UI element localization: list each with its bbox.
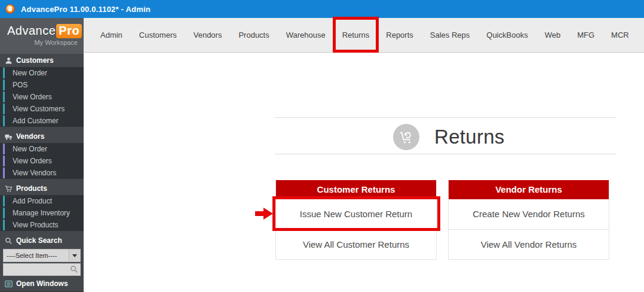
nav-item-returns[interactable]: Returns [342, 18, 370, 53]
nav-item-quickbooks[interactable]: QuickBooks [486, 18, 528, 53]
titlebar: AdvancePro 11.00.0.1102* - Admin [0, 0, 644, 18]
sidebar-item-vendors-view-orders[interactable]: View Orders [0, 155, 84, 167]
main-content: Returns Customer Returns Issue New Custo… [84, 53, 644, 292]
issue-new-customer-return-button[interactable]: Issue New Customer Return [276, 199, 436, 229]
quick-search-select[interactable]: ----Select Item---- [3, 249, 69, 262]
list-icon [5, 280, 13, 288]
view-all-customer-returns-button[interactable]: View All Customer Returns [276, 229, 436, 259]
advancepro-window: AdvancePro 11.00.0.1102* - Admin Advance… [0, 0, 644, 292]
nav-item-products[interactable]: Products [238, 18, 269, 53]
sidebar-item-customers-view-orders[interactable]: View Orders [0, 91, 84, 103]
nav-item-customers[interactable]: Customers [139, 18, 177, 53]
top-nav: Admin Customers Vendors Products Warehou… [84, 18, 644, 53]
divider [275, 117, 617, 118]
nav-item-admin[interactable]: Admin [100, 18, 122, 53]
truck-icon [5, 133, 13, 141]
nav-item-reports[interactable]: Reports [386, 18, 413, 53]
sidebar-section-vendors: Vendors [0, 130, 84, 143]
nav-item-mcr[interactable]: MCR [611, 18, 629, 53]
sidebar-section-customers: Customers [0, 54, 84, 67]
customer-returns-panel-header: Customer Returns [276, 180, 436, 199]
quick-search-input[interactable] [3, 263, 81, 276]
sidebar-item-view-customers[interactable]: View Customers [0, 103, 84, 115]
cart-return-icon [393, 124, 419, 150]
page-title: Returns [434, 126, 505, 148]
nav-item-returns-label: Returns [342, 31, 370, 39]
divider [275, 154, 617, 154]
sidebar-item-view-products[interactable]: View Products [0, 219, 84, 231]
nav-item-warehouse[interactable]: Warehouse [286, 18, 326, 53]
sidebar-section-title: Vendors [16, 132, 44, 141]
search-icon [5, 237, 13, 245]
logo-brand-primary: Advance [7, 24, 56, 37]
logo-brand-accent: Pro [56, 24, 82, 38]
annotation-arrow-icon [255, 208, 273, 220]
customer-returns-panel: Customer Returns Issue New Customer Retu… [275, 180, 437, 260]
sidebar-section-open-windows: Open Windows [0, 277, 84, 290]
sidebar-section-title: Open Windows [16, 279, 68, 288]
sidebar-section-title: Quick Search [16, 236, 62, 245]
sidebar: AdvancePro My Workspace Customers New Or… [0, 18, 84, 292]
create-new-vendor-returns-button[interactable]: Create New Vendor Returns [449, 199, 609, 229]
nav-item-sales-reps[interactable]: Sales Reps [430, 18, 470, 53]
vendor-returns-panel: Vendor Returns Create New Vendor Returns… [448, 180, 609, 260]
sidebar-item-manage-inventory[interactable]: Manage Inventory [0, 207, 84, 219]
sidebar-item-pos[interactable]: POS [0, 79, 84, 91]
view-all-vendor-returns-button[interactable]: View All Vendor Returns [449, 229, 609, 259]
sidebar-item-add-product[interactable]: Add Product [0, 195, 84, 207]
sidebar-item-customers-new-order[interactable]: New Order [0, 67, 84, 79]
sidebar-section-title: Customers [16, 56, 54, 65]
sidebar-item-view-vendors[interactable]: View Vendors [0, 167, 84, 179]
sidebar-section-title: Products [16, 184, 47, 193]
nav-item-mfg[interactable]: MFG [577, 18, 594, 53]
vendor-returns-panel-header: Vendor Returns [449, 180, 609, 199]
logo: AdvancePro My Workspace [0, 18, 84, 54]
sidebar-item-vendors-new-order[interactable]: New Order [0, 143, 84, 155]
app-icon [5, 4, 15, 14]
sidebar-section-products: Products [0, 182, 84, 195]
sidebar-item-add-customer[interactable]: Add Customer [0, 115, 84, 127]
nav-item-vendors[interactable]: Vendors [194, 18, 222, 53]
quick-search-select-button[interactable] [69, 249, 81, 262]
window-title: AdvancePro 11.00.0.1102* - Admin [21, 5, 151, 14]
nav-item-web[interactable]: Web [545, 18, 561, 53]
search-icon[interactable] [70, 265, 78, 273]
logo-tagline: My Workspace [7, 39, 78, 46]
sidebar-section-quick-search: Quick Search [0, 234, 84, 247]
cart-icon [5, 185, 13, 193]
user-icon [5, 57, 13, 65]
caret-down-icon [72, 254, 77, 257]
